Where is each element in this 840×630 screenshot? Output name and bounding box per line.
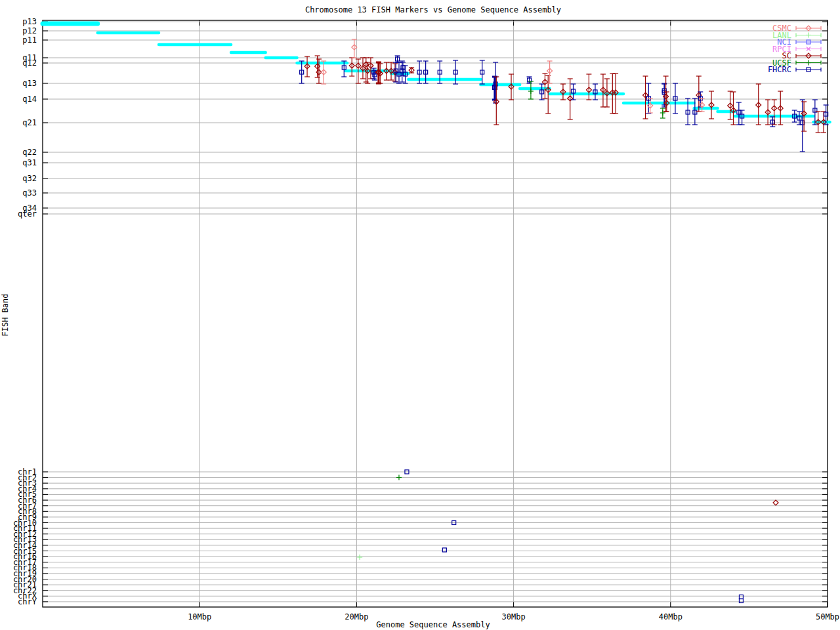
x-axis-title: Genome Sequence Assembly	[376, 620, 490, 629]
x-tick-label: 50Mbp	[816, 612, 839, 621]
errorbar-point-sc	[409, 68, 414, 73]
errorbar-point-sc	[304, 56, 310, 77]
errorbar-point-sc	[778, 91, 783, 125]
errorbar-point-fhcrc	[400, 61, 405, 82]
plus-marker	[396, 475, 402, 480]
band-tick-label: q12	[22, 58, 37, 68]
x-tick-label: 20Mbp	[345, 612, 368, 621]
plot-render-layer: 10Mbp20Mbp30Mbp40Mbp50Mbpp13p12p11q11q12…	[13, 17, 839, 621]
band-tick-label: q22	[22, 148, 37, 157]
fish-markers-chart: 10Mbp20Mbp30Mbp40Mbp50Mbpp13p12p11q11q12…	[0, 0, 840, 630]
band-tick-label: p13	[22, 17, 37, 26]
errorbar-point-sc	[773, 500, 778, 505]
band-tick-label: q21	[22, 118, 37, 127]
errorbar-point-fhcrc	[395, 56, 400, 62]
errorbar-point-sc	[756, 84, 761, 125]
errorbar-point-sc	[568, 79, 573, 119]
errorbar-point-sc	[560, 84, 566, 100]
errorbar-point-sc	[765, 100, 770, 125]
band-tick-label: qter	[18, 209, 37, 219]
plus-marker	[357, 555, 362, 560]
legend-label: FHCRC	[768, 65, 791, 74]
x-tick-label: 10Mbp	[188, 612, 211, 621]
errorbar-point-sc	[709, 91, 714, 119]
band-tick-label: q14	[22, 94, 37, 104]
legend-item-fhcrc: FHCRC	[768, 65, 821, 74]
errorbar-point-fhcrc	[539, 84, 545, 100]
band-tick-label: p11	[22, 35, 37, 45]
band-tick-label: q31	[22, 158, 37, 167]
errorbar-point-sc	[384, 62, 389, 80]
errorbar-point-sc	[509, 74, 514, 100]
errorbar-point-ucsf	[528, 81, 534, 99]
errorbar-point-sc	[604, 79, 610, 107]
errorbar-point-fhcrc	[736, 102, 742, 125]
errorbar-point-fhcrc	[593, 84, 598, 100]
errorbar-point-sc	[349, 58, 354, 76]
errorbar-point-lanl	[357, 555, 362, 560]
errorbar-point-fhcrc	[739, 595, 743, 599]
band-tick-label: p12	[22, 26, 37, 35]
legend-item-rpci: RPCI	[772, 45, 821, 54]
errorbar-point-ucsf	[660, 108, 665, 118]
errorbar-point-sc	[613, 74, 618, 114]
errorbar-point-fhcrc	[673, 83, 678, 114]
plus-marker	[660, 110, 665, 116]
square-marker	[739, 599, 743, 603]
errorbar-point-sc	[542, 74, 547, 98]
diamond-marker	[773, 500, 778, 505]
band-tick-label: q33	[22, 188, 37, 198]
errorbar-point-fhcrc	[792, 110, 797, 122]
errorbar-point-sc	[728, 91, 733, 119]
errorbar-point-ucsf	[396, 475, 402, 480]
errorbar-point-csmc	[352, 39, 357, 58]
x-tick-label: 40Mbp	[659, 612, 682, 621]
x-tick-label: 30Mbp	[502, 612, 526, 621]
square-marker	[739, 595, 743, 599]
errorbar-point-fhcrc	[493, 62, 498, 103]
errorbar-point-fhcrc	[442, 548, 446, 552]
errorbar-point-sc	[643, 76, 648, 119]
band-tick-label: q32	[22, 174, 37, 183]
plus-marker	[806, 60, 811, 66]
plus-marker	[806, 33, 811, 38]
errorbar-point-sc	[360, 58, 366, 79]
gnuplot-chart-screen: 10Mbp20Mbp30Mbp40Mbp50Mbpp13p12p11q11q12…	[0, 0, 840, 630]
errorbar-point-fhcrc	[403, 66, 408, 83]
chart-title: Chromosome 13 FISH Markers vs Genome Seq…	[305, 5, 561, 14]
errorbar-point-sc	[586, 74, 591, 100]
errorbar-point-fhcrc	[739, 599, 743, 603]
y-axis-title: FISH Band	[1, 293, 10, 336]
square-marker	[442, 548, 446, 552]
chr-tick-label: chrY	[18, 597, 37, 606]
band-tick-label: q13	[22, 79, 37, 88]
